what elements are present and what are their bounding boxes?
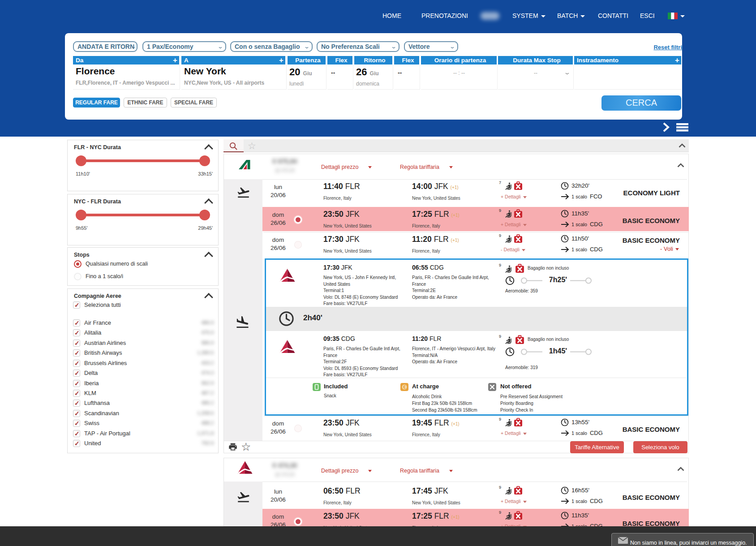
svg-text:€: € [403, 385, 406, 390]
